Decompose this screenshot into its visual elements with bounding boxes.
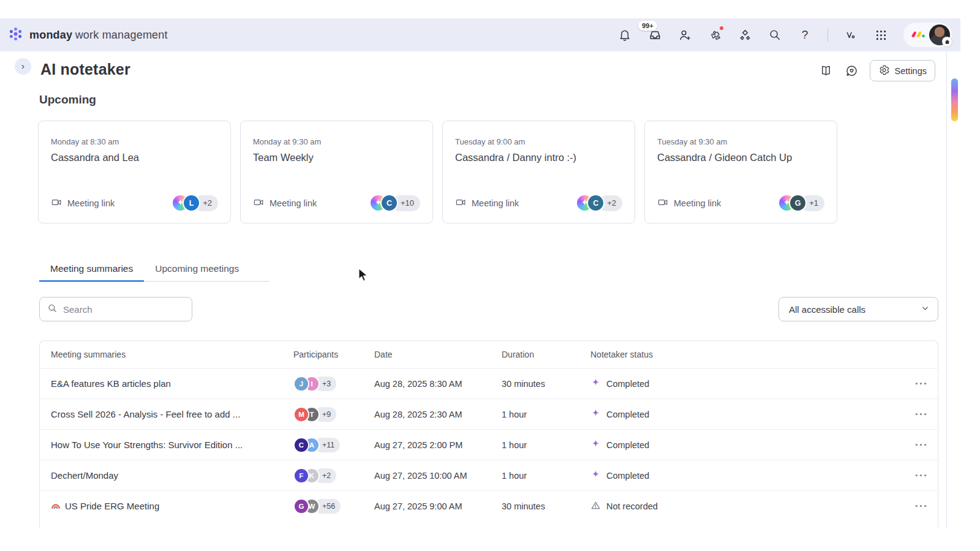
tab-upcoming-meetings[interactable]: Upcoming meetings: [144, 258, 250, 281]
table-row[interactable]: How To Use Your Strengths: Survivor Edit…: [40, 429, 938, 460]
video-camera-icon: [455, 197, 467, 210]
brand-name: monday: [29, 29, 72, 41]
participant-avatar: F: [293, 468, 309, 484]
table-row[interactable]: E&A features KB articles plan J I +3 Aug…: [40, 368, 938, 399]
settings-button[interactable]: Settings: [870, 60, 935, 81]
rainbow-icon: [51, 501, 61, 511]
card-participants[interactable]: G +1: [778, 194, 824, 212]
meeting-card[interactable]: Tuesday at 9:30 am Cassandra / Gideon Ca…: [644, 121, 837, 223]
table-row[interactable]: Cross Sell 2026 - Analysis - Feel free t…: [40, 399, 938, 429]
settings-gear-icon: [878, 64, 890, 78]
row-menu-button[interactable]: [903, 474, 938, 477]
col-notetaker-status: Notetaker status: [590, 350, 903, 359]
search-icon[interactable]: [767, 28, 782, 42]
meeting-title: US Pride ERG Meeting: [65, 501, 159, 511]
user-avatar[interactable]: [929, 24, 950, 45]
calls-filter-dropdown[interactable]: All accessible calls: [778, 297, 938, 321]
card-participants[interactable]: C +10: [369, 194, 420, 212]
row-participants: M T +9: [293, 407, 374, 422]
notifications-bell-icon[interactable]: [617, 28, 632, 42]
card-participants[interactable]: C +2: [576, 194, 622, 212]
notetaker-status: Not recorded: [590, 500, 903, 512]
card-title: Cassandra / Danny intro :-): [455, 152, 622, 163]
card-title: Cassandra / Gideon Catch Up: [657, 152, 824, 163]
monday-mark-icon: [910, 28, 925, 42]
participant-avatar: C: [587, 194, 605, 212]
card-title: Team Weekly: [253, 152, 420, 163]
upcoming-cards: Monday at 8:30 am Cassandra and Lea Meet…: [38, 121, 837, 223]
notetaker-status: Completed: [590, 439, 903, 451]
notetaker-status: Completed: [590, 378, 903, 390]
meeting-link[interactable]: Meeting link: [51, 197, 115, 210]
video-camera-icon: [657, 197, 669, 210]
meeting-date: Aug 27, 2025 10:00 AM: [374, 471, 502, 481]
account-switcher[interactable]: [903, 23, 952, 47]
row-menu-button[interactable]: [903, 413, 938, 416]
sparkle-icon: [590, 439, 601, 451]
col-participants: Participants: [293, 350, 374, 359]
notetaker-status: Completed: [590, 470, 903, 482]
help-label: ?: [802, 28, 809, 42]
participant-avatar: G: [293, 498, 309, 514]
col-date: Date: [374, 350, 502, 359]
meeting-card[interactable]: Monday at 8:30 am Cassandra and Lea Meet…: [38, 121, 231, 223]
scrollbar-thumb[interactable]: [951, 78, 958, 121]
meeting-link-label: Meeting link: [472, 198, 519, 208]
meeting-title: How To Use Your Strengths: Survivor Edit…: [51, 440, 243, 450]
docs-book-icon[interactable]: [818, 63, 834, 79]
meetings-table: Meeting summaries Participants Date Dura…: [39, 340, 938, 528]
feedback-bubble-icon[interactable]: [844, 63, 860, 79]
row-menu-button[interactable]: [903, 504, 938, 508]
meeting-link-label: Meeting link: [67, 198, 115, 208]
col-meeting-summaries: Meeting summaries: [40, 350, 293, 359]
apps-marketplace-icon[interactable]: [707, 28, 722, 42]
col-duration: Duration: [502, 350, 590, 359]
settings-label: Settings: [895, 66, 927, 76]
video-camera-icon: [51, 197, 62, 210]
topbar-icons: 99+ ?: [617, 23, 952, 47]
help-icon[interactable]: ?: [797, 28, 812, 42]
meeting-link-label: Meeting link: [270, 198, 317, 208]
card-title: Cassandra and Lea: [51, 152, 218, 163]
video-camera-icon: [253, 197, 265, 210]
app-grid-icon[interactable]: [873, 28, 888, 42]
status-label: Completed: [606, 440, 649, 450]
inbox-badge: 99+: [638, 21, 657, 31]
inbox-icon[interactable]: 99+: [647, 28, 662, 42]
participant-avatar: M: [293, 407, 309, 422]
participant-avatar: C: [380, 194, 398, 212]
row-participants: F K +2: [293, 468, 374, 484]
sparkle-icon: [590, 378, 601, 390]
invite-members-icon[interactable]: [677, 28, 692, 42]
meeting-card[interactable]: Tuesday at 9:00 am Cassandra / Danny int…: [442, 121, 635, 223]
meeting-duration: 30 minutes: [502, 379, 590, 389]
chevron-down-icon: [921, 304, 930, 315]
page-title: AI notetaker: [40, 61, 130, 78]
table-row[interactable]: US Pride ERG Meeting G W +56 Aug 27, 202…: [40, 490, 938, 521]
upcoming-section-title: Upcoming: [39, 93, 96, 107]
meeting-date: Aug 27, 2025 2:00 PM: [374, 440, 502, 450]
meeting-link-label: Meeting link: [674, 198, 721, 208]
row-menu-button[interactable]: [903, 382, 938, 385]
expand-sidebar-button[interactable]: ›: [15, 58, 31, 75]
vibe-icon[interactable]: [843, 28, 858, 42]
brand-product: work management: [75, 29, 168, 41]
monday-logo-icon: [7, 26, 24, 45]
app-window: monday work management 99+: [0, 0, 980, 551]
meeting-title: E&A features KB articles plan: [51, 378, 171, 389]
search-box[interactable]: [39, 297, 192, 321]
table-row[interactable]: Dechert/Monday F K +2 Aug 27, 2025 10:00…: [40, 460, 938, 490]
meeting-link[interactable]: Meeting link: [657, 197, 721, 210]
brand[interactable]: monday work management: [7, 26, 168, 45]
row-menu-button[interactable]: [903, 443, 938, 446]
meeting-link[interactable]: Meeting link: [455, 197, 519, 210]
workflows-icon[interactable]: [737, 28, 752, 42]
meeting-card[interactable]: Monday at 9:30 am Team Weekly Meeting li…: [240, 121, 433, 223]
meeting-title: Cross Sell 2026 - Analysis - Feel free t…: [51, 409, 240, 419]
main-panel: › AI notetaker Settings Upcoming Monday …: [5, 51, 947, 528]
meeting-duration: 1 hour: [502, 410, 590, 419]
tab-meeting-summaries[interactable]: Meeting summaries: [39, 258, 144, 281]
search-input[interactable]: [63, 304, 185, 315]
meeting-link[interactable]: Meeting link: [253, 197, 317, 210]
card-participants[interactable]: L +2: [172, 194, 218, 212]
